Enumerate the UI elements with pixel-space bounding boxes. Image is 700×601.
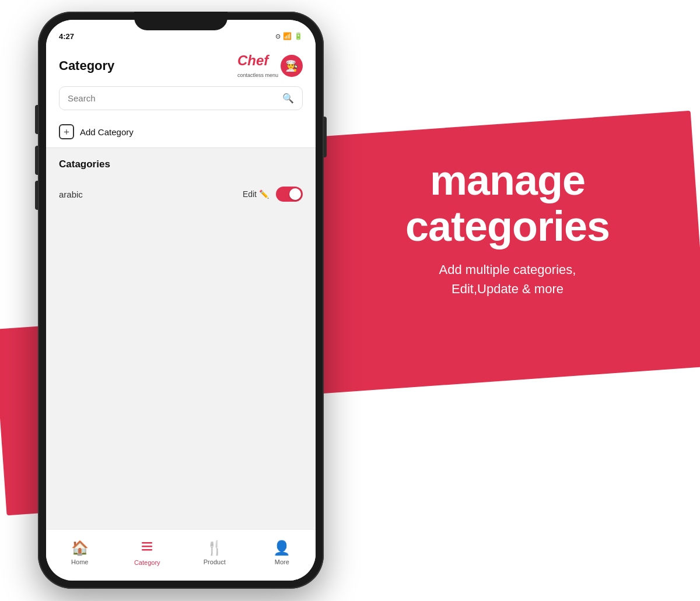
svg-rect-0	[142, 542, 152, 544]
nav-item-home[interactable]: 🏠 Home	[46, 540, 114, 565]
heading: manage Categories	[338, 157, 677, 249]
svg-rect-1	[142, 546, 152, 547]
chef-logo: Chef contactless menu 👨‍🍳	[237, 52, 303, 79]
category-toggle[interactable]	[276, 187, 303, 202]
status-icons: ⊙ 📶 🔋	[275, 32, 303, 40]
subtext: Add multiple categories, Edit,Update & m…	[338, 260, 677, 298]
nav-label-more: More	[275, 558, 289, 565]
edit-label: Edit	[243, 189, 257, 199]
nav-label-category: Category	[134, 559, 160, 566]
edit-button[interactable]: Edit ✏️	[243, 189, 269, 199]
nav-label-home: Home	[71, 558, 88, 565]
more-icon: 👤	[273, 540, 290, 556]
chef-logo-sub: contactless menu	[237, 72, 278, 78]
nav-item-more[interactable]: 👤 More	[249, 540, 316, 565]
chef-logo-text: Chef	[237, 52, 268, 68]
chef-logo-icon: 👨‍🍳	[281, 55, 303, 77]
add-category-label: Add Category	[80, 127, 134, 137]
svg-rect-2	[142, 549, 152, 551]
search-box[interactable]: 🔍	[59, 86, 303, 110]
category-item: arabic Edit ✏️	[46, 177, 316, 211]
bottom-nav: 🏠 Home Category 🍴 Product 👤 More	[46, 529, 316, 581]
search-container: 🔍	[46, 86, 316, 117]
right-panel: manage Categories Add multiple categorie…	[338, 157, 677, 298]
wifi-icon: 📶	[283, 32, 292, 40]
phone-mockup: 4:27 ⊙ 📶 🔋 Category Chef contactless men…	[38, 12, 324, 589]
category-name: arabic	[59, 189, 83, 199]
nav-item-product[interactable]: 🍴 Product	[181, 540, 249, 565]
home-icon: 🏠	[71, 540, 89, 556]
search-icon[interactable]: 🔍	[282, 93, 294, 104]
battery-icon: 🔋	[294, 32, 303, 40]
phone-frame: 4:27 ⊙ 📶 🔋 Category Chef contactless men…	[38, 12, 324, 589]
category-nav-icon	[140, 539, 154, 557]
nav-label-product: Product	[204, 558, 226, 565]
status-time: 4:27	[59, 32, 74, 41]
product-icon: 🍴	[206, 540, 223, 556]
search-input[interactable]	[68, 93, 282, 103]
category-actions: Edit ✏️	[243, 187, 303, 202]
toggle-knob	[289, 188, 301, 200]
page-title: Category	[59, 58, 114, 73]
add-category-row[interactable]: ＋ Add Category	[46, 117, 316, 147]
app-header: Category Chef contactless menu 👨‍🍳	[46, 48, 316, 86]
add-category-icon: ＋	[59, 124, 74, 139]
phone-notch	[134, 12, 228, 30]
categories-section: Catagories arabic Edit ✏️	[46, 148, 316, 529]
categories-section-title: Catagories	[46, 148, 316, 177]
nav-item-category[interactable]: Category	[114, 539, 181, 566]
signal-icon: ⊙	[275, 33, 281, 40]
phone-screen: 4:27 ⊙ 📶 🔋 Category Chef contactless men…	[46, 20, 316, 581]
edit-icon: ✏️	[259, 189, 269, 199]
